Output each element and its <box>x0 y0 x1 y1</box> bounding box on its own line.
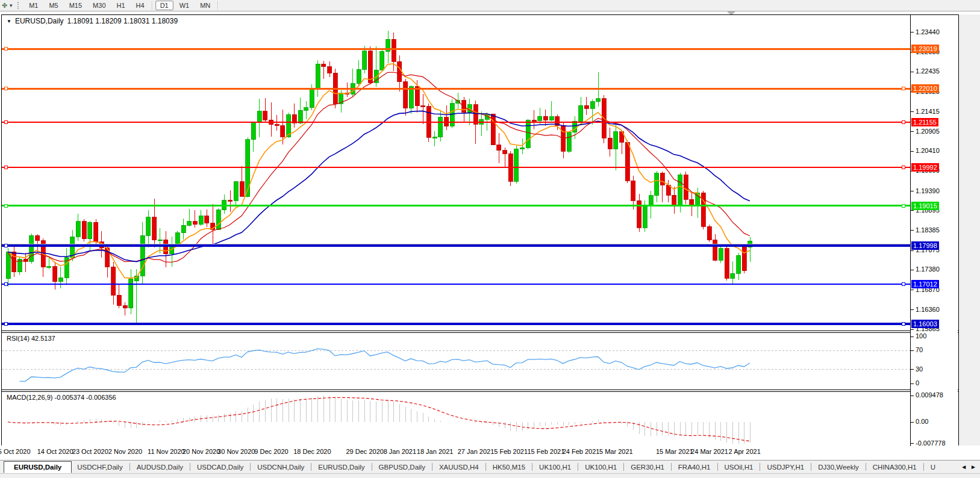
axis-tick-mark <box>911 396 914 396</box>
date-label: 2 Apr 2021 <box>720 448 769 455</box>
axis-tick-mark <box>911 250 914 251</box>
macd-tick-label: 0.00 <box>916 418 928 425</box>
tab-scroll-right-icon[interactable]: ► <box>970 464 976 470</box>
tab-separator <box>866 463 866 471</box>
tab-separator <box>372 463 372 471</box>
date-axis[interactable]: 5 Oct 202014 Oct 202023 Oct 20202 Nov 20… <box>1 445 980 460</box>
timeframe-button-H1[interactable]: H1 <box>112 1 130 10</box>
chart-tab-USOil-H1[interactable]: USOil,H1 <box>719 462 759 472</box>
tab-separator <box>811 463 811 471</box>
toolbar-separator <box>152 1 153 10</box>
price-chart[interactable] <box>2 15 910 331</box>
rsi-tick-label: 100 <box>916 332 926 340</box>
axis-tick-mark <box>911 443 914 444</box>
hline-price-badge: 1.19992 <box>911 163 939 172</box>
hline-price-badge: 1.17012 <box>911 280 939 288</box>
rsi-tick-label: 30 <box>916 365 923 373</box>
mt4-window: ✤ ▼ M1M5M15M30H1H4 D1W1MN ▼ EURUSD,Daily… <box>0 0 980 478</box>
axis-tick-mark <box>911 309 914 310</box>
timeframe-button-M15[interactable]: M15 <box>64 1 87 10</box>
axis-tick-mark <box>911 151 914 152</box>
axis-tick-mark <box>911 191 914 191</box>
chart-tab-GER30-H1[interactable]: GER30,H1 <box>625 462 670 472</box>
timeframe-button-M30[interactable]: M30 <box>88 1 110 10</box>
chart-menu-icon[interactable]: ▼ <box>7 19 11 24</box>
date-label: 18 Dec 2020 <box>288 448 336 455</box>
rsi-label: RSI(14) 42.5137 <box>7 335 55 342</box>
timeframe-button-H4[interactable]: H4 <box>131 1 149 10</box>
axis-tick-mark <box>911 290 914 290</box>
hline-price-badge: 1.21155 <box>911 118 938 126</box>
price-axis[interactable]: 1.234401.229301.224351.219251.214151.209… <box>910 15 958 446</box>
price-tick-label: 1.20905 <box>916 128 940 135</box>
right-gutter <box>959 14 980 445</box>
axis-tick-mark <box>911 210 914 211</box>
axis-tick-mark <box>911 111 914 112</box>
chart-tab-USDCHF-Daily[interactable]: USDCHF,Daily <box>72 462 128 472</box>
chart-tab-U[interactable]: U <box>925 462 941 472</box>
tab-separator <box>717 463 718 471</box>
timeframe-button-M1[interactable]: M1 <box>24 1 43 10</box>
chart-tab-USDCNH-Daily[interactable]: USDCNH,Daily <box>252 462 310 472</box>
axis-tick-mark <box>911 383 914 384</box>
chart-tab-GBPUSD-Daily[interactable]: GBPUSD,Daily <box>373 462 431 472</box>
price-tick-label: 1.23440 <box>916 28 940 36</box>
tab-scroll-arrows: ◄► <box>961 464 980 470</box>
axis-tick-mark <box>911 32 914 33</box>
chevron-down-icon: ▼ <box>8 3 13 8</box>
macd-panel[interactable]: MACD(12,26,9) -0.005374 -0.006356 <box>2 392 958 445</box>
axis-tick-mark <box>911 422 914 423</box>
macd-chart <box>2 392 910 445</box>
chart-tab-CHINA300-H1[interactable]: CHINA300,H1 <box>867 462 922 472</box>
tab-scroll-left-icon[interactable]: ◄ <box>961 464 967 470</box>
price-tick-label: 1.19390 <box>916 187 940 194</box>
crosshair-tool-icon[interactable]: ✤ ▼ <box>0 2 16 10</box>
slow-ma-line <box>8 111 750 261</box>
chart-tab-EURUSD-Daily[interactable]: EURUSD,Daily <box>4 461 72 473</box>
tab-separator <box>671 463 672 471</box>
date-label: 5 Mar 2021 <box>592 448 640 455</box>
axis-tick-mark <box>911 270 914 270</box>
chart-window: ▼ EURUSD,Daily 1.18091 1.18209 1.18031 1… <box>1 14 959 447</box>
axis-tick-mark <box>911 131 914 132</box>
tab-separator <box>130 463 130 471</box>
axis-tick-mark <box>911 329 914 330</box>
rsi-panel[interactable]: RSI(14) 42.5137 <box>2 333 958 390</box>
toolbar-grip-handle[interactable] <box>17 2 20 9</box>
chart-title: ▼ EURUSD,Daily 1.18091 1.18209 1.18031 1… <box>7 17 178 25</box>
chart-tab-USDJPY-H1[interactable]: USDJPY,H1 <box>761 462 810 472</box>
tab-separator <box>578 463 578 471</box>
axis-tick-mark <box>911 350 914 351</box>
timeframe-button-M5[interactable]: M5 <box>44 1 63 10</box>
chart-tab-FRA40-H1[interactable]: FRA40,H1 <box>673 462 716 472</box>
price-tick-label: 1.20410 <box>916 147 940 154</box>
chart-tab-UK100-H1[interactable]: UK100,H1 <box>534 462 576 472</box>
timeframe-button-D1[interactable]: D1 <box>155 1 173 10</box>
tab-separator <box>532 463 532 471</box>
chart-tab-EURUSD-Daily[interactable]: EURUSD,Daily <box>313 462 370 472</box>
toolbar-separator <box>217 1 219 10</box>
chart-symbol-label: EURUSD,Daily <box>15 17 64 25</box>
rsi-tick-label: 70 <box>916 346 923 353</box>
tab-separator <box>432 463 432 471</box>
chart-tab-USDCAD-Daily[interactable]: USDCAD,Daily <box>192 462 249 472</box>
timeframe-button-W1[interactable]: W1 <box>175 1 195 10</box>
chart-tab-HK50-M15[interactable]: HK50,M15 <box>487 462 531 472</box>
chart-tab-UK100-H1[interactable]: UK100,H1 <box>579 462 622 472</box>
chart-tab-XAUUSD-H4[interactable]: XAUUSD,H4 <box>434 462 484 472</box>
hline-price-badge: 1.23019 <box>911 45 939 53</box>
cursor-icon: ✤ <box>2 2 7 10</box>
hline-price-badge: 1.16003 <box>911 320 939 328</box>
tab-separator <box>250 463 251 471</box>
price-panel[interactable]: ▼ EURUSD,Daily 1.18091 1.18209 1.18031 1… <box>2 15 958 331</box>
timeframe-button-MN[interactable]: MN <box>195 1 215 10</box>
tab-separator <box>485 463 486 471</box>
price-tick-label: 1.18385 <box>916 226 940 234</box>
macd-label: MACD(12,26,9) -0.005374 -0.006356 <box>7 394 116 401</box>
hline-price-badge: 1.22010 <box>911 84 939 93</box>
chart-tab-DJ30-Weekly[interactable]: DJ30,Weekly <box>813 462 864 472</box>
chart-tab-AUDUSD-Daily[interactable]: AUDUSD,Daily <box>131 462 189 472</box>
toolbar: ✤ ▼ M1M5M15M30H1H4 D1W1MN <box>0 0 980 11</box>
price-tick-label: 1.22435 <box>916 67 940 75</box>
axis-tick-mark <box>911 72 914 72</box>
